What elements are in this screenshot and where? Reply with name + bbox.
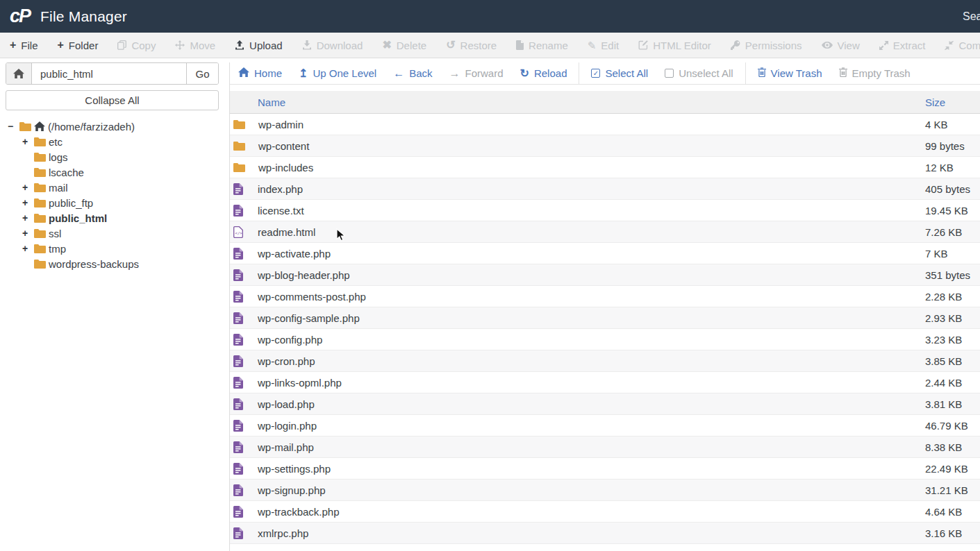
tree-item-home-root[interactable]: − (/home/farzizadeh) xyxy=(0,119,229,134)
folder-icon xyxy=(34,244,46,253)
table-row[interactable]: wp-content 99 bytes xyxy=(230,135,980,157)
forward-button[interactable]: → Forward xyxy=(441,67,512,80)
file-icon xyxy=(233,377,244,389)
table-row[interactable]: wp-login.php 46.79 KB xyxy=(230,415,980,436)
file-name-link[interactable]: wp-cron.php xyxy=(258,355,315,367)
folder-icon xyxy=(34,213,46,223)
rename-button[interactable]: Rename xyxy=(506,33,578,58)
file-name-link[interactable]: wp-login.php xyxy=(258,420,317,432)
view-trash-button[interactable]: View Trash xyxy=(749,67,831,79)
file-name-link[interactable]: wp-comments-post.php xyxy=(258,291,366,303)
tree-item-etc[interactable]: + etc xyxy=(0,134,229,149)
file-name-link[interactable]: index.php xyxy=(258,183,303,195)
table-row[interactable]: wp-signup.php 31.21 KB xyxy=(230,480,980,501)
expand-icon[interactable]: + xyxy=(22,243,31,254)
file-name-link[interactable]: wp-includes xyxy=(258,162,313,173)
folder-icon xyxy=(34,137,46,146)
expand-icon[interactable]: + xyxy=(22,136,31,147)
reload-button[interactable]: ↻ Reload xyxy=(512,67,576,80)
download-button[interactable]: Download xyxy=(292,33,373,58)
file-name-link[interactable]: wp-content xyxy=(258,140,309,152)
file-name-link[interactable]: wp-load.php xyxy=(258,398,315,410)
table-row[interactable]: wp-comments-post.php 2.28 KB xyxy=(230,286,980,307)
table-row[interactable]: wp-config-sample.php 2.93 KB xyxy=(230,307,980,329)
toolbar-separator xyxy=(745,62,746,85)
table-row[interactable]: wp-trackback.php 4.64 KB xyxy=(230,501,980,523)
column-header-size[interactable]: Size xyxy=(925,96,945,108)
edit-button[interactable]: ✎ Edit xyxy=(578,33,629,58)
table-row[interactable]: wp-mail.php 8.38 KB xyxy=(230,436,980,458)
collapse-all-button[interactable]: Collapse All xyxy=(6,90,219,110)
copy-button[interactable]: Copy xyxy=(108,33,165,58)
table-row[interactable]: license.txt 19.45 KB xyxy=(230,200,980,221)
delete-button[interactable]: ✖ Delete xyxy=(372,33,436,58)
new-folder-button[interactable]: + Folder xyxy=(48,33,108,58)
new-file-button[interactable]: + File xyxy=(0,33,48,58)
column-header-name[interactable]: Name xyxy=(258,96,285,108)
table-row[interactable]: index.php 405 bytes xyxy=(230,178,980,200)
folder-icon xyxy=(34,152,46,162)
table-row[interactable]: readme.html 7.26 KB xyxy=(230,221,980,243)
file-name-link[interactable]: wp-signup.php xyxy=(258,484,326,496)
file-name-link[interactable]: license.txt xyxy=(258,205,304,217)
file-size: 3.23 KB xyxy=(925,334,962,346)
file-name-link[interactable]: wp-mail.php xyxy=(258,441,314,453)
expand-icon[interactable]: + xyxy=(22,197,31,208)
table-row[interactable]: wp-blog-header.php 351 bytes xyxy=(230,264,980,286)
file-name-link[interactable]: wp-activate.php xyxy=(258,248,331,260)
go-button[interactable]: Go xyxy=(186,63,218,84)
table-row[interactable]: wp-config.php 3.23 KB xyxy=(230,329,980,350)
view-button[interactable]: View xyxy=(812,33,870,58)
file-name-link[interactable]: wp-blog-header.php xyxy=(258,269,350,281)
table-row[interactable]: wp-activate.php 7 KB xyxy=(230,243,980,264)
tree-item-ssl[interactable]: + ssl xyxy=(0,226,229,241)
tree-item-public_ftp[interactable]: + public_ftp xyxy=(0,195,229,210)
file-size: 8.38 KB xyxy=(925,441,962,453)
path-input[interactable] xyxy=(32,63,186,84)
tree-item-public_html[interactable]: + public_html xyxy=(0,210,229,226)
file-name-link[interactable]: wp-trackback.php xyxy=(258,506,340,518)
select-all-button[interactable]: ✓ Select All xyxy=(583,67,656,79)
file-icon xyxy=(233,441,244,453)
file-name-link[interactable]: wp-settings.php xyxy=(258,463,331,475)
file-name-link[interactable]: xmlrpc.php xyxy=(258,527,308,539)
unselect-all-button[interactable]: Unselect All xyxy=(656,67,741,79)
back-button[interactable]: ← Back xyxy=(385,67,440,80)
table-row[interactable]: wp-includes 12 KB xyxy=(230,157,980,178)
move-button[interactable]: Move xyxy=(165,33,225,58)
collapse-icon[interactable]: − xyxy=(8,121,17,132)
up-one-level-button[interactable]: ↥ Up One Level xyxy=(290,67,385,80)
expand-icon[interactable]: + xyxy=(22,228,31,239)
file-name-link[interactable]: wp-links-opml.php xyxy=(258,377,342,389)
file-name-link[interactable]: wp-admin xyxy=(258,119,304,130)
table-row[interactable]: wp-links-opml.php 2.44 KB xyxy=(230,372,980,393)
copy-icon xyxy=(117,40,126,50)
html-editor-button[interactable]: HTML Editor xyxy=(629,33,721,58)
tree-item-tmp[interactable]: + tmp xyxy=(0,241,229,256)
table-row[interactable]: wp-admin 4 KB xyxy=(230,114,980,135)
home-button[interactable]: Home xyxy=(230,67,290,79)
file-size: 19.45 KB xyxy=(925,205,968,217)
table-row[interactable]: wp-load.php 3.81 KB xyxy=(230,393,980,415)
extract-button[interactable]: Extract xyxy=(870,33,936,58)
table-row[interactable]: wp-cron.php 3.85 KB xyxy=(230,350,980,372)
file-icon xyxy=(233,527,244,539)
empty-trash-button[interactable]: Empty Trash xyxy=(831,67,919,79)
permissions-button[interactable]: Permissions xyxy=(721,33,812,58)
tree-item-lscache[interactable]: lscache xyxy=(0,164,229,180)
file-name-link[interactable]: wp-config.php xyxy=(258,334,322,346)
upload-button[interactable]: Upload xyxy=(225,33,292,58)
file-name-link[interactable]: readme.html xyxy=(258,226,315,238)
restore-button[interactable]: ↺ Restore xyxy=(436,33,506,58)
expand-icon[interactable]: + xyxy=(22,212,31,223)
table-row[interactable]: xmlrpc.php 3.16 KB xyxy=(230,523,980,544)
plus-icon: + xyxy=(10,40,16,51)
expand-icon[interactable]: + xyxy=(22,182,31,193)
file-name-link[interactable]: wp-config-sample.php xyxy=(258,312,360,324)
compress-button[interactable]: Compress xyxy=(935,33,980,58)
path-bar: Go xyxy=(6,62,219,85)
tree-item-mail[interactable]: + mail xyxy=(0,180,229,195)
table-row[interactable]: wp-settings.php 22.49 KB xyxy=(230,458,980,480)
tree-item-logs[interactable]: logs xyxy=(0,149,229,164)
tree-item-wordpress-backups[interactable]: wordpress-backups xyxy=(0,256,229,271)
